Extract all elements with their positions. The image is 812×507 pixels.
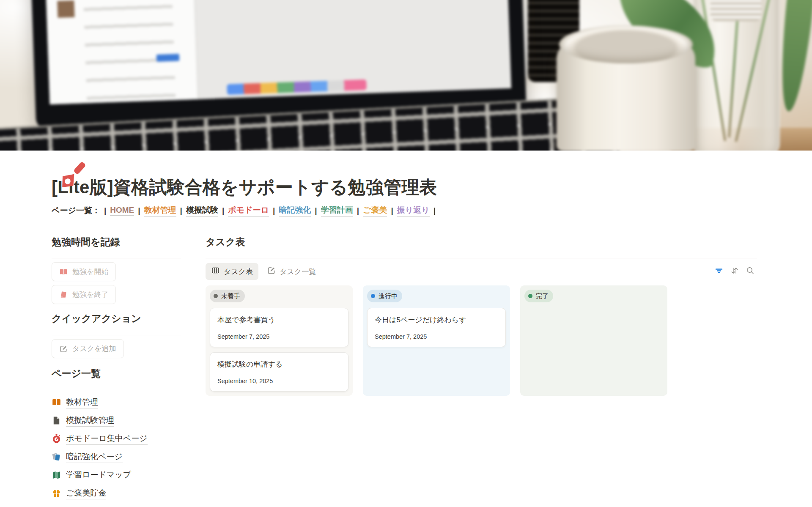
page-item-mock-exam[interactable]: 模擬試験管理	[52, 415, 181, 427]
card-list: 今日は5ページだけ終わらす September 7, 2025	[367, 308, 506, 347]
page-item-pomodoro[interactable]: ポモドーロ集中ページ	[52, 433, 181, 445]
page-title: [Lite版]資格試験合格をサポートする勉強管理表	[52, 177, 757, 198]
task-card-title: 今日は5ページだけ終わらす	[375, 315, 498, 325]
nav-separator: |	[357, 206, 359, 215]
study-time-heading: 勉強時間を記録	[52, 236, 181, 248]
kanban-column-not-started: 未着手 本屋で参考書買う September 7, 2025 模擬試験の申請する…	[206, 285, 353, 396]
start-study-label: 勉強を開始	[72, 267, 108, 277]
kanban-column-in-progress: 進行中 今日は5ページだけ終わらす September 7, 2025	[363, 285, 510, 396]
task-card-date: September 10, 2025	[217, 378, 341, 384]
page-item-label: ポモドーロ集中ページ	[66, 433, 148, 445]
timer-icon	[52, 434, 61, 444]
page-item-label: 教材管理	[66, 397, 98, 408]
card-list: 本屋で参考書買う September 7, 2025 模擬試験の申請する Sep…	[210, 308, 348, 392]
main-column: タスク表 タスク表	[206, 236, 757, 499]
tab-task-board-label: タスク表	[224, 267, 253, 277]
board-heading: タスク表	[206, 236, 757, 248]
status-badge-in-progress[interactable]: 進行中	[367, 290, 402, 302]
nav-separator: |	[222, 206, 224, 215]
status-dot	[214, 294, 218, 298]
page-nav-links: ページ一覧： | HOME | 教材管理 | 模擬試験 | ポモドーロ | 暗記…	[52, 205, 757, 217]
status-label: 進行中	[379, 292, 398, 300]
kanban-column-done: 完了	[520, 285, 667, 396]
red-pen-nib-icon	[54, 188, 88, 195]
divider	[206, 258, 757, 258]
cover-webpage-sidebar	[41, 0, 198, 104]
nav-separator: |	[104, 206, 106, 215]
nav-link-pomodoro[interactable]: ポモドーロ	[228, 205, 269, 217]
page-item-label: 模擬試験管理	[66, 415, 114, 427]
tab-task-list[interactable]: タスク一覧	[261, 263, 321, 280]
cover-bottle-neck	[710, 0, 761, 21]
quick-action-heading: クイックアクション	[52, 312, 181, 325]
page-item-label: 学習ロードマップ	[66, 469, 131, 481]
task-card[interactable]: 本屋で参考書買う September 7, 2025	[210, 308, 348, 347]
page-icon-pen[interactable]	[54, 160, 88, 194]
sort-button[interactable]	[728, 265, 741, 278]
page-content: [Lite版]資格試験合格をサポートする勉強管理表 ページ一覧： | HOME …	[0, 177, 812, 499]
compose-icon	[59, 345, 68, 353]
status-dot	[371, 294, 375, 298]
page-item-label: ご褒美貯金	[66, 488, 106, 499]
cover-laptop-webpage	[41, 0, 511, 104]
nav-link-reflection[interactable]: 振り返り	[397, 205, 430, 217]
nav-label: ページ一覧：	[52, 205, 100, 216]
filter-icon	[714, 266, 724, 277]
nav-link-mock-exam[interactable]: 模擬試験	[186, 205, 218, 217]
task-card[interactable]: 今日は5ページだけ終わらす September 7, 2025	[367, 308, 506, 347]
cover-plant-stem	[735, 0, 771, 142]
tab-task-list-label: タスク一覧	[280, 267, 316, 277]
cover-mac-dock	[227, 79, 367, 95]
cover-webpage-button	[156, 54, 180, 62]
task-card-title: 本屋で参考書買う	[217, 315, 341, 325]
nav-separator: |	[433, 206, 436, 215]
kanban-board: 未着手 本屋で参考書買う September 7, 2025 模擬試験の申請する…	[206, 285, 757, 396]
task-card[interactable]: 模擬試験の申請する September 10, 2025	[210, 352, 348, 392]
start-study-button[interactable]: 勉強を開始	[52, 262, 116, 281]
divider	[52, 390, 181, 390]
nav-separator: |	[315, 206, 317, 215]
task-card-title: 模擬試験の申請する	[217, 359, 341, 370]
nav-link-materials[interactable]: 教材管理	[144, 205, 176, 217]
page-item-label: 暗記強化ページ	[66, 451, 123, 463]
nav-separator: |	[180, 206, 182, 215]
sort-icon	[730, 266, 739, 277]
compose-icon	[267, 266, 276, 277]
nav-link-home[interactable]: HOME	[110, 206, 134, 216]
tab-task-board[interactable]: タスク表	[206, 263, 258, 280]
status-label: 完了	[536, 292, 549, 300]
open-book-icon	[59, 268, 68, 276]
status-dot	[528, 294, 532, 298]
add-task-label: タスクを追加	[72, 344, 116, 354]
page-item-memorization[interactable]: 暗記強化ページ	[52, 451, 181, 463]
left-column: 勉強時間を記録 勉強を開始	[52, 236, 181, 499]
end-study-button[interactable]: 勉強を終了	[52, 285, 116, 304]
status-label: 未着手	[221, 292, 240, 300]
nav-link-study-plan[interactable]: 学習計画	[321, 205, 353, 217]
cover-image	[0, 0, 812, 151]
task-card-date: September 7, 2025	[217, 333, 341, 340]
page-list-heading: ページ一覧	[52, 367, 181, 380]
map-icon	[52, 470, 61, 480]
page-item-roadmap[interactable]: 学習ロードマップ	[52, 469, 181, 481]
add-task-button[interactable]: タスクを追加	[52, 339, 124, 358]
search-icon	[746, 266, 755, 277]
status-badge-done[interactable]: 完了	[524, 290, 553, 302]
nav-link-memorization[interactable]: 暗記強化	[279, 205, 311, 217]
board-columns-icon	[211, 266, 220, 277]
nav-separator: |	[138, 206, 140, 215]
nav-separator: |	[273, 206, 275, 215]
view-tabs-row: タスク表 タスク一覧	[206, 262, 757, 281]
cover-mug-rim	[559, 25, 693, 63]
filter-button[interactable]	[712, 265, 726, 278]
page-item-materials[interactable]: 教材管理	[52, 397, 181, 408]
task-card-date: September 7, 2025	[375, 333, 498, 340]
gift-icon	[52, 488, 61, 498]
document-icon	[52, 416, 61, 425]
status-badge-not-started[interactable]: 未着手	[210, 290, 245, 302]
open-book-icon	[52, 397, 61, 407]
search-button[interactable]	[743, 265, 757, 278]
nav-link-reward[interactable]: ご褒美	[363, 205, 387, 217]
flashcards-icon	[52, 452, 61, 462]
page-item-reward-savings[interactable]: ご褒美貯金	[52, 488, 181, 499]
